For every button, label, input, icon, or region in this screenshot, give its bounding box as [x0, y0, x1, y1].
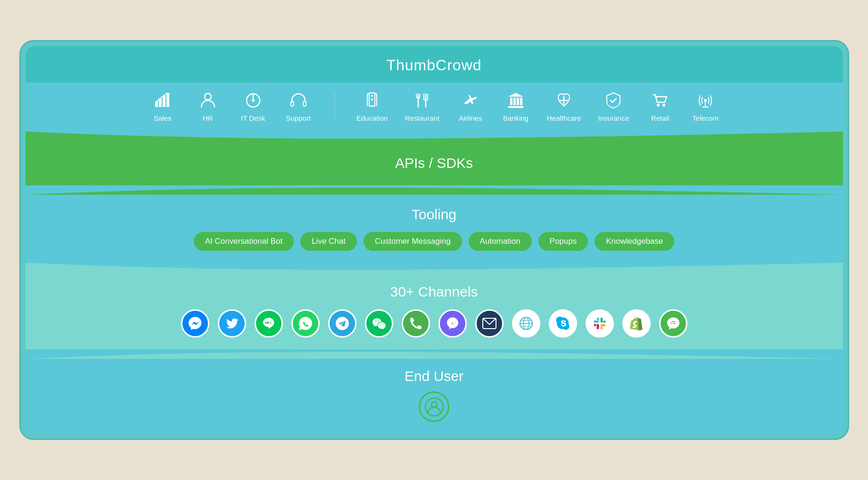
industry-it-desk: IT Desk [239, 92, 267, 122]
channels-label: 30+ Channels [35, 284, 834, 300]
insurance-icon [605, 92, 622, 111]
svg-marker-40 [425, 351, 443, 359]
svg-marker-35 [425, 263, 443, 270]
hr-icon [199, 92, 216, 111]
support-label: Support [286, 114, 311, 122]
healthcare-icon [555, 92, 572, 111]
svg-rect-12 [371, 99, 373, 100]
svg-marker-34 [425, 187, 443, 195]
svg-point-7 [252, 99, 255, 102]
pill-automation: Automation [469, 232, 532, 251]
retail-label: Retail [651, 114, 669, 122]
enduser-label: End User [35, 368, 834, 384]
industry-insurance: Insurance [598, 92, 629, 122]
insurance-label: Insurance [598, 114, 629, 122]
channel-icons-row [35, 309, 834, 338]
pill-ai-bot: AI Conversational Bot [194, 232, 294, 251]
it-desk-label: IT Desk [241, 114, 265, 122]
app-title: ThumbCrowd [35, 57, 834, 74]
channel-whatsapp [291, 309, 320, 338]
channel-wechat [365, 309, 393, 338]
svg-point-28 [657, 104, 660, 107]
banking-label: Banking [503, 114, 529, 122]
telecom-label: Telecom [692, 114, 719, 122]
channel-line [255, 309, 283, 338]
education-label: Education [356, 114, 388, 122]
svg-rect-0 [155, 101, 158, 107]
channel-web [512, 309, 540, 338]
user-avatar-icon [419, 391, 449, 422]
industry-sales: Sales [149, 92, 177, 122]
industry-airlines: Airlines [456, 92, 485, 122]
section-tooling: Tooling AI Conversational Bot Live Chat … [25, 195, 843, 263]
pill-live-chat: Live Chat [300, 232, 357, 251]
section-thumbcrowd: ThumbCrowd [25, 46, 843, 83]
airlines-icon [462, 92, 479, 111]
svg-rect-21 [510, 98, 513, 105]
education-icon [364, 92, 380, 111]
svg-rect-3 [166, 93, 169, 107]
tooling-pills: AI Conversational Bot Live Chat Customer… [35, 232, 834, 251]
industry-support: Support [284, 92, 313, 122]
section-enduser: End User [25, 359, 843, 434]
banking-icon [507, 92, 524, 111]
channel-skype [549, 309, 577, 338]
channel-phone [402, 309, 430, 338]
channel-viber [438, 309, 467, 338]
industry-retail: Retail [646, 92, 674, 122]
svg-point-4 [205, 93, 211, 100]
svg-rect-22 [513, 98, 516, 105]
industry-telecom: Telecom [691, 92, 719, 122]
svg-rect-2 [163, 96, 165, 107]
sales-label: Sales [154, 114, 172, 122]
channel-telegram [328, 309, 356, 338]
user-icon-container [35, 391, 834, 422]
restaurant-label: Restaurant [405, 114, 439, 122]
support-icon [290, 92, 307, 111]
svg-marker-33 [425, 132, 443, 139]
channel-messenger [181, 309, 209, 338]
healthcare-label: Healthcare [547, 114, 581, 122]
industry-banking: Banking [502, 92, 530, 122]
apis-label: APIs / SDKs [35, 155, 834, 171]
hr-label: HR [203, 114, 213, 122]
section-apis: APIs / SDKs [25, 141, 843, 185]
section-industries: Sales HR IT Desk [25, 83, 843, 132]
telecom-icon [697, 92, 714, 111]
airlines-label: Airlines [459, 114, 482, 122]
main-container: ThumbCrowd Sales [19, 40, 849, 440]
svg-rect-1 [159, 99, 162, 107]
pill-knowledgebase: Knowledgebase [595, 232, 674, 251]
industry-restaurant: Restaurant [405, 92, 439, 122]
channel-slack [586, 309, 614, 338]
restaurant-icon [413, 92, 430, 111]
industry-healthcare: Healthcare [547, 92, 581, 122]
svg-rect-23 [517, 98, 519, 105]
channel-twitter [218, 309, 246, 338]
sales-icon [154, 92, 171, 111]
section-channels: 30+ Channels [25, 272, 843, 349]
pill-popups: Popups [538, 232, 588, 251]
channel-chat [659, 309, 687, 338]
pill-customer-messaging: Customer Messaging [364, 232, 462, 251]
it-desk-icon [245, 92, 262, 111]
channel-shopify [622, 309, 651, 338]
retail-icon [652, 92, 669, 111]
svg-rect-25 [508, 106, 523, 108]
svg-rect-9 [303, 101, 306, 106]
industry-education: Education [356, 92, 388, 122]
svg-marker-20 [508, 93, 523, 97]
industry-hr: HR [194, 92, 222, 122]
svg-point-29 [662, 104, 665, 107]
channel-email [475, 309, 504, 338]
tooling-label: Tooling [35, 207, 834, 223]
svg-rect-24 [520, 98, 522, 105]
svg-rect-11 [371, 95, 373, 97]
